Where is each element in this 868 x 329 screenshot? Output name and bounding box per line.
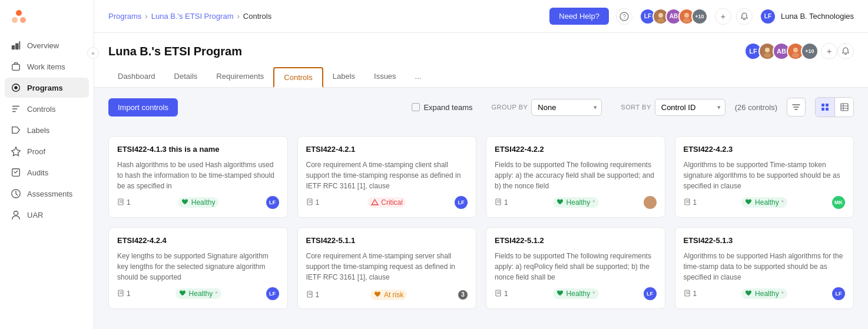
grid-view-button[interactable] — [816, 98, 834, 117]
card-footer: 1 Healthy * LF — [117, 287, 279, 300]
sidebar-item-overview[interactable]: Overview — [5, 35, 89, 55]
heart-icon — [745, 198, 753, 206]
control-card[interactable]: ETSI422-4.2.3 Algorithms to be supported… — [675, 136, 854, 218]
avatar-user4-img — [681, 11, 693, 22]
sidebar-item-assessments[interactable]: Assessments — [5, 184, 89, 204]
asterisk: * — [592, 199, 595, 206]
proof-icon — [11, 146, 21, 157]
card-title: ETSI422-5.1.2 — [495, 236, 657, 246]
tab-labels[interactable]: Labels — [323, 67, 365, 87]
heart-icon — [745, 290, 753, 297]
control-card[interactable]: ETSI422-4.1.3 this is a name Hash algori… — [108, 136, 288, 218]
control-card[interactable]: ETSI422-5.1.1 Core requirement A time-st… — [297, 227, 477, 309]
svg-rect-24 — [826, 108, 829, 111]
doc-icon — [684, 290, 691, 297]
card-title: ETSI422-4.1.3 this is a name — [117, 145, 279, 155]
page-notifications-button[interactable] — [837, 43, 854, 59]
card-desc: Fields to be supported The following req… — [495, 159, 657, 191]
sidebar-label-labels: Labels — [27, 126, 49, 135]
svg-point-13 — [658, 13, 663, 18]
tab-issues[interactable]: Issues — [365, 67, 406, 87]
sidebar-item-work-items[interactable]: Work items — [5, 57, 89, 77]
sidebar-item-audits[interactable]: Audits — [5, 162, 89, 182]
labels-icon — [11, 125, 21, 135]
notifications-button[interactable] — [736, 8, 753, 25]
control-card[interactable]: ETSI422-5.1.3 Algorithms to be supported… — [675, 227, 854, 309]
sidebar-item-proof[interactable]: Proof — [5, 141, 89, 161]
uar-icon — [11, 210, 21, 220]
card-title: ETSI422-4.2.1 — [306, 145, 468, 155]
group-by-dropdown-wrap: None — [531, 99, 602, 116]
svg-rect-5 — [19, 41, 20, 49]
status-badge: Healthy * — [553, 197, 599, 208]
page-title-row: Luna B.'s ETSI Program LF AB +10 + — [108, 42, 854, 60]
expand-teams-checkbox[interactable] — [412, 103, 420, 111]
briefcase-icon — [11, 61, 21, 72]
topbar-right: Need Help? ? LF AB +10 — [549, 8, 854, 25]
sidebar-label-audits: Audits — [27, 168, 48, 177]
status-badge: Healthy * — [175, 288, 221, 299]
filter-button[interactable] — [787, 98, 806, 117]
card-title: ETSI422-5.1.3 — [684, 236, 846, 246]
expand-teams-label: Expand teams — [423, 103, 472, 112]
help-circle-icon[interactable]: ? — [616, 8, 632, 25]
card-avatar: LF — [644, 287, 657, 300]
breadcrumb-sep1: › — [145, 12, 147, 21]
tab-dashboard[interactable]: Dashboard — [108, 67, 165, 87]
card-footer: 1 At risk 3 — [306, 290, 468, 300]
group-by-select[interactable]: None — [531, 99, 602, 116]
sidebar-label-uar: UAR — [27, 211, 43, 220]
sidebar: Overview Work items Programs Controls La… — [0, 0, 94, 329]
sidebar-logo — [0, 7, 94, 35]
controls-grid: ETSI422-4.1.3 this is a name Hash algori… — [94, 127, 868, 329]
control-card[interactable]: ETSI422-4.2.2 Fields to be supported The… — [486, 136, 665, 218]
sidebar-item-programs[interactable]: Programs — [5, 78, 89, 98]
filter-icon — [792, 103, 800, 111]
card-desc: Algorithms to be supported Hash algorith… — [684, 251, 846, 283]
svg-point-14 — [657, 18, 664, 22]
doc-icon — [117, 198, 125, 206]
svg-point-15 — [684, 13, 689, 18]
bell-icon — [740, 12, 748, 21]
card-count: 1 — [684, 290, 697, 298]
card-footer: 1 Healthy LF — [117, 196, 279, 209]
control-card[interactable]: ETSI422-5.1.2 Fields to be supported The… — [486, 227, 665, 309]
table-view-button[interactable] — [834, 98, 853, 117]
user-name-section[interactable]: LF Luna B. Technologies — [760, 8, 854, 25]
control-card[interactable]: ETSI422-4.2.4 Key lengths to be supporte… — [108, 227, 288, 309]
need-help-button[interactable]: Need Help? — [549, 8, 609, 25]
card-avatar: LF — [455, 196, 468, 209]
page-tabs: Dashboard Details Requirements Controls … — [108, 67, 854, 87]
page-avatar-plus[interactable]: +10 — [801, 42, 819, 60]
home-icon — [11, 40, 21, 51]
card-footer: 1 Healthy * MK — [684, 196, 846, 209]
control-card[interactable]: ETSI422-4.2.1 Core requirement A time-st… — [297, 136, 477, 218]
add-page-member-button[interactable]: + — [821, 43, 837, 59]
tab-more[interactable]: ... — [406, 67, 431, 87]
page-title: Luna B.'s ETSI Program — [108, 45, 242, 58]
svg-rect-25 — [841, 104, 848, 111]
breadcrumb-programs-link[interactable]: Programs — [108, 12, 141, 21]
svg-point-8 — [14, 86, 17, 89]
sidebar-collapse-button[interactable]: « — [87, 47, 99, 59]
user-info[interactable]: LF AB +10 + — [640, 8, 753, 25]
avatar-plus: +10 — [691, 8, 708, 25]
tab-controls[interactable]: Controls — [273, 67, 323, 88]
import-controls-button[interactable]: Import controls — [108, 98, 178, 117]
card-count: 1 — [684, 198, 697, 207]
breadcrumb-program-name-link[interactable]: Luna B.'s ETSI Program — [151, 12, 234, 21]
sort-by-select[interactable]: Control ID — [655, 99, 725, 116]
tab-requirements[interactable]: Requirements — [207, 67, 273, 87]
card-avatar: MK — [832, 196, 845, 209]
status-badge: Healthy * — [553, 288, 599, 299]
sidebar-item-controls[interactable]: Controls — [5, 99, 89, 119]
svg-rect-6 — [12, 64, 20, 70]
controls-toolbar: Import controls Expand teams GROUP BY No… — [94, 88, 868, 127]
add-member-button[interactable]: + — [715, 8, 731, 25]
sidebar-item-labels[interactable]: Labels — [5, 120, 89, 140]
tab-details[interactable]: Details — [165, 67, 207, 87]
sidebar-item-uar[interactable]: UAR — [5, 205, 89, 225]
status-badge: Healthy * — [741, 197, 787, 208]
breadcrumb-sep2: › — [237, 12, 239, 21]
svg-rect-3 — [12, 45, 15, 49]
